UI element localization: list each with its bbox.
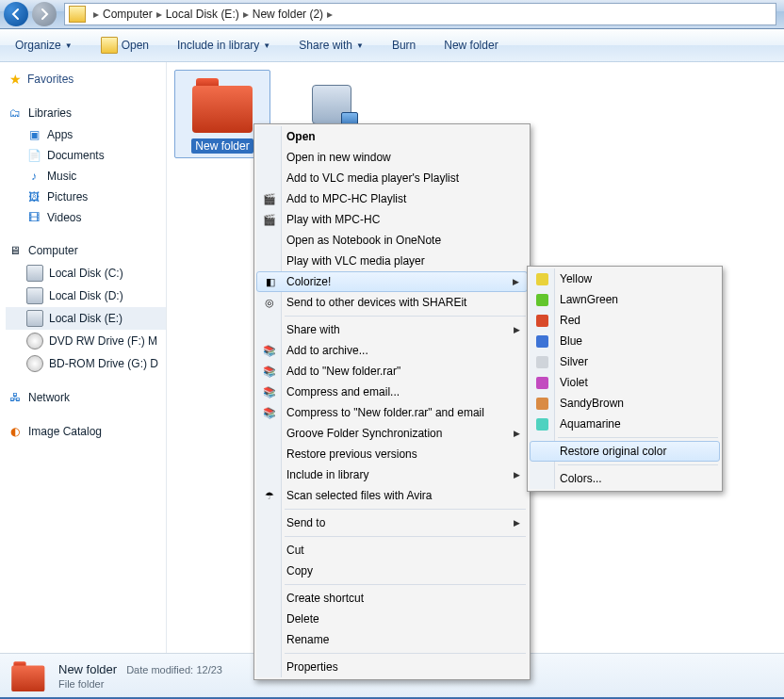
details-date-label: Date modified: — [126, 664, 193, 675]
menu-item[interactable]: Create shortcut — [256, 588, 528, 609]
music-icon: ♪ — [26, 169, 41, 184]
library-pictures[interactable]: 🖼Pictures — [6, 187, 166, 207]
submenu-arrow-icon: ▶ — [514, 470, 520, 480]
favorites-header[interactable]: ★ Favorites — [6, 68, 166, 90]
color-label: Yellow — [560, 272, 592, 285]
menu-item[interactable]: ☂Scan selected files with Avira — [256, 485, 528, 506]
submenu-arrow-icon: ▶ — [514, 325, 520, 334]
menu-item[interactable]: 📚Compress and email... — [256, 382, 528, 402]
library-documents[interactable]: 📄Documents — [6, 145, 166, 166]
burn-button[interactable]: Burn — [384, 35, 423, 56]
menu-item[interactable]: Open — [256, 126, 528, 147]
folder-view[interactable]: New folder OpenOpen in new windowAdd to … — [167, 62, 784, 656]
drive-item[interactable]: Local Disk (C:) — [6, 262, 166, 284]
menu-item-label: Send to other devices with SHAREit — [286, 296, 466, 309]
nav-back-button[interactable] — [4, 2, 28, 26]
menu-item[interactable]: Share with▶ — [256, 319, 528, 340]
library-videos[interactable]: 🎞Videos — [6, 207, 166, 228]
menu-item[interactable]: Copy — [256, 561, 528, 581]
color-swatch-icon — [536, 418, 548, 431]
library-apps[interactable]: ▣Apps — [6, 124, 166, 145]
colorize-submenu: YellowLawnGreenRedBlueSilverVioletSandyB… — [527, 266, 723, 492]
menu-item[interactable]: Properties — [256, 657, 528, 677]
color-label: Blue — [560, 334, 582, 348]
menu-item[interactable]: Add to VLC media player's Playlist — [256, 168, 528, 188]
organize-button[interactable]: Organize▼ — [8, 35, 80, 56]
restore-original-color[interactable]: Restore original color — [530, 441, 720, 462]
menu-item[interactable]: Groove Folder Synchronization▶ — [256, 423, 528, 444]
library-music[interactable]: ♪Music — [6, 166, 166, 187]
menu-item[interactable]: 🎬Add to MPC-HC Playlist — [256, 188, 528, 209]
color-option[interactable]: Silver — [530, 351, 720, 372]
color-swatch-icon — [536, 273, 548, 285]
color-option[interactable]: Yellow — [530, 268, 720, 289]
details-date-value: 12/23 — [196, 664, 222, 675]
menu-separator — [285, 316, 526, 317]
crumb-drive[interactable]: Local Disk (E:) — [164, 8, 241, 21]
menu-item[interactable]: 🎬Play with MPC-HC — [256, 209, 528, 230]
new-folder-button[interactable]: New folder — [436, 35, 505, 56]
color-swatch-icon — [536, 335, 548, 348]
menu-item-label: Share with — [286, 323, 340, 336]
network-header[interactable]: 🖧 Network — [6, 386, 166, 409]
menu-item-label: Play with MPC-HC — [286, 213, 380, 226]
menu-item[interactable]: Include in library▶ — [256, 464, 528, 485]
menu-item[interactable]: 📚Add to archive... — [256, 340, 528, 361]
color-label: Aquamarine — [560, 417, 621, 431]
color-option[interactable]: Blue — [530, 331, 720, 351]
address-bar[interactable]: ▸ Computer ▸ Local Disk (E:) ▸ New folde… — [64, 3, 776, 25]
drive-item[interactable]: DVD RW Drive (F:) M — [6, 330, 166, 352]
menu-item[interactable]: Open as Notebook in OneNote — [256, 230, 528, 251]
menu-item[interactable]: ◎Send to other devices with SHAREit — [256, 292, 528, 313]
menu-item[interactable]: 📚Compress to "New folder.rar" and email — [256, 402, 528, 423]
color-option[interactable]: Red — [530, 310, 720, 331]
drive-icon — [26, 287, 43, 304]
crumb-folder[interactable]: New folder (2) — [251, 8, 325, 21]
color-swatch-icon — [536, 377, 548, 389]
share-with-button[interactable]: Share with▼ — [291, 35, 371, 56]
red-folder-icon — [188, 74, 256, 135]
menu-item-label: Rename — [286, 633, 329, 646]
menu-item-label: Open as Notebook in OneNote — [286, 234, 441, 247]
menu-item[interactable]: Delete — [256, 609, 528, 629]
menu-separator — [285, 584, 526, 585]
color-swatch-icon — [536, 294, 548, 306]
menu-item[interactable]: Open in new window — [256, 147, 528, 168]
documents-icon: 📄 — [26, 148, 41, 163]
image-catalog[interactable]: ◐ Image Catalog — [6, 420, 166, 443]
color-option[interactable]: SandyBrown — [530, 393, 720, 414]
color-option[interactable]: Aquamarine — [530, 414, 720, 434]
breadcrumb[interactable]: ▸ Computer ▸ Local Disk (E:) ▸ New folde… — [91, 8, 335, 21]
menu-item[interactable]: 📚Add to "New folder.rar" — [256, 361, 528, 382]
computer-header[interactable]: 🖥 Computer — [6, 239, 166, 262]
color-option[interactable]: Violet — [530, 372, 720, 393]
nav-forward-button[interactable] — [32, 2, 57, 26]
drive-item[interactable]: Local Disk (E:) — [6, 307, 166, 330]
menu-item[interactable]: Rename — [256, 629, 528, 650]
menu-item[interactable]: Cut — [256, 540, 528, 561]
drive-item[interactable]: BD-ROM Drive (G:) D — [6, 352, 166, 375]
menu-item-label: Send to — [286, 516, 325, 529]
drive-label: Local Disk (D:) — [49, 289, 123, 302]
open-button[interactable]: Open — [93, 33, 156, 57]
menu-item[interactable]: ◧Colorize!▶ — [256, 271, 528, 292]
menu-item-label: Copy — [286, 564, 313, 577]
menu-item-label: Colorize! — [286, 275, 331, 288]
catalog-icon: ◐ — [8, 424, 23, 439]
color-label: Violet — [560, 376, 588, 389]
menu-item[interactable]: Restore previous versions — [256, 444, 528, 464]
titlebar: ▸ Computer ▸ Local Disk (E:) ▸ New folde… — [0, 0, 784, 29]
rar-icon: 📚 — [262, 364, 277, 379]
crumb-computer[interactable]: Computer — [101, 8, 155, 21]
menu-separator — [558, 464, 718, 465]
color-option[interactable]: LawnGreen — [530, 289, 720, 310]
more-colors[interactable]: Colors... — [530, 468, 720, 489]
menu-item-label: Create shortcut — [286, 592, 364, 605]
folder-open-icon — [101, 37, 118, 54]
libraries-header[interactable]: 🗂 Libraries — [6, 102, 166, 124]
menu-item[interactable]: Send to▶ — [256, 512, 528, 533]
include-library-button[interactable]: Include in library▼ — [170, 35, 278, 56]
drive-item[interactable]: Local Disk (D:) — [6, 284, 166, 307]
menu-item[interactable]: Play with VLC media player — [256, 251, 528, 271]
drive-label: DVD RW Drive (F:) M — [49, 334, 157, 348]
